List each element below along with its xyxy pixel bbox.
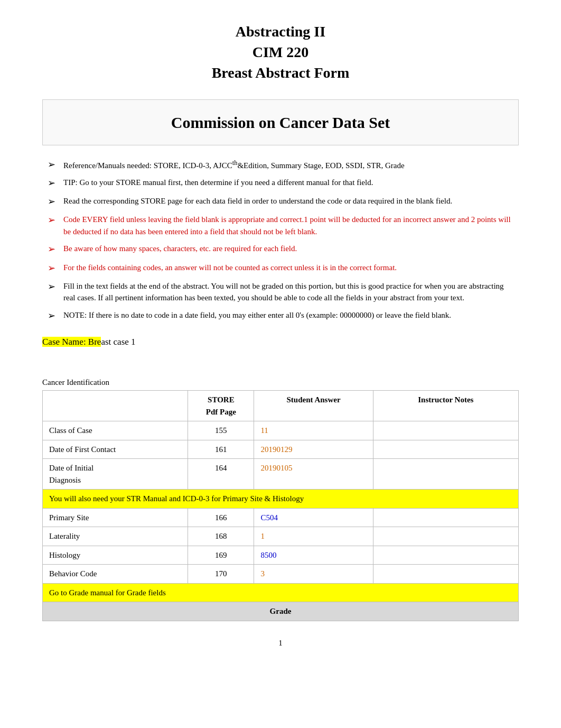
store-class-of-case: 155 [188, 421, 254, 440]
commission-box: Commission on Cancer Data Set [42, 99, 519, 145]
instruction-item-7: ➢ Fill in the text fields at the end of … [48, 280, 513, 304]
field-class-of-case: Class of Case [43, 421, 188, 440]
bullet-7: ➢ [48, 280, 59, 293]
instruction-text-4: Code EVERY field unless leaving the fiel… [63, 214, 513, 237]
bullet-2: ➢ [48, 177, 59, 190]
highlight-grade-row: Go to Grade manual for Grade fields [43, 583, 519, 602]
instructions-list: ➢ Reference/Manuals needed: STORE, ICD-0… [48, 158, 513, 322]
col-header-answer: Student Answer [254, 391, 373, 421]
notes-histology [373, 546, 518, 565]
table-row: Histology 169 8500 [43, 546, 519, 565]
store-histology: 169 [188, 546, 254, 565]
field-primary-site: Primary Site [43, 508, 188, 527]
col-header-notes: Instructor Notes [373, 391, 518, 421]
bullet-3: ➢ [48, 195, 59, 208]
instruction-text-2: TIP: Go to your STORE manual first, then… [63, 177, 373, 189]
store-date-initial-diagnosis: 164 [188, 459, 254, 490]
highlight-str-row: You will also need your STR Manual and I… [43, 490, 519, 509]
table-row: Date of InitialDiagnosis 164 20190105 [43, 459, 519, 490]
case-name-highlight: Case Name: Bre [42, 337, 101, 347]
instruction-item-3: ➢ Read the corresponding STORE page for … [48, 195, 513, 208]
bullet-1: ➢ [48, 158, 59, 171]
field-behavior-code: Behavior Code [43, 565, 188, 584]
answer-date-first-contact: 20190129 [254, 440, 373, 459]
store-date-first-contact: 161 [188, 440, 254, 459]
instruction-text-5: Be aware of how many spaces, characters,… [63, 243, 297, 255]
col-header-store: STOREPdf Page [188, 391, 254, 421]
bullet-6: ➢ [48, 262, 59, 275]
instruction-text-7: Fill in the text fields at the end of th… [63, 280, 513, 304]
notes-date-initial-diagnosis [373, 459, 518, 490]
instruction-item-8: ➢ NOTE: If there is no date to code in a… [48, 309, 513, 322]
grade-label: Grade [43, 602, 519, 621]
instruction-text-1: Reference/Manuals needed: STORE, ICD-0-3… [63, 158, 405, 172]
field-histology: Histology [43, 546, 188, 565]
table-row: Class of Case 155 11 [43, 421, 519, 440]
page-title: Abstracting II CIM 220 Breast Abstract F… [42, 21, 519, 84]
instruction-item-5: ➢ Be aware of how many spaces, character… [48, 243, 513, 256]
bullet-8: ➢ [48, 309, 59, 322]
notes-primary-site [373, 508, 518, 527]
field-date-initial-diagnosis: Date of InitialDiagnosis [43, 459, 188, 490]
notes-class-of-case [373, 421, 518, 440]
bullet-4: ➢ [48, 214, 59, 227]
cancer-identification-section: Cancer Identification STOREPdf Page Stud… [42, 376, 519, 621]
field-date-first-contact: Date of First Contact [43, 440, 188, 459]
case-name-section: Case Name: Breast case 1 [42, 335, 519, 349]
instruction-text-6: For the fields containing codes, an answ… [63, 262, 397, 274]
instruction-item-1: ➢ Reference/Manuals needed: STORE, ICD-0… [48, 158, 513, 172]
table-row: Primary Site 166 C504 [43, 508, 519, 527]
table-row: Laterality 168 1 [43, 527, 519, 546]
answer-histology: 8500 [254, 546, 373, 565]
instruction-text-3: Read the corresponding STORE page for ea… [63, 195, 452, 207]
data-table: STOREPdf Page Student Answer Instructor … [42, 390, 519, 621]
store-laterality: 168 [188, 527, 254, 546]
case-name-rest: ast case 1 [101, 337, 135, 347]
notes-date-first-contact [373, 440, 518, 459]
str-manual-note: You will also need your STR Manual and I… [43, 490, 519, 509]
table-header-row: STOREPdf Page Student Answer Instructor … [43, 391, 519, 421]
bullet-5: ➢ [48, 243, 59, 256]
answer-class-of-case: 11 [254, 421, 373, 440]
store-behavior-code: 170 [188, 565, 254, 584]
table-row: Behavior Code 170 3 [43, 565, 519, 584]
notes-behavior-code [373, 565, 518, 584]
instructions-section: ➢ Reference/Manuals needed: STORE, ICD-0… [42, 158, 519, 322]
instruction-item-2: ➢ TIP: Go to your STORE manual first, th… [48, 177, 513, 190]
instruction-text-8: NOTE: If there is no date to code in a d… [63, 309, 451, 321]
grade-header-row: Grade [43, 602, 519, 621]
instruction-item-6: ➢ For the fields containing codes, an an… [48, 262, 513, 275]
answer-behavior-code: 3 [254, 565, 373, 584]
section-title: Cancer Identification [42, 376, 519, 389]
grade-manual-note: Go to Grade manual for Grade fields [43, 583, 519, 602]
notes-laterality [373, 527, 518, 546]
commission-title: Commission on Cancer Data Set [59, 110, 502, 134]
page-header: Abstracting II CIM 220 Breast Abstract F… [42, 21, 519, 84]
page-number: 1 [42, 637, 519, 649]
instruction-item-4: ➢ Code EVERY field unless leaving the fi… [48, 214, 513, 237]
answer-primary-site: C504 [254, 508, 373, 527]
col-header-field [43, 391, 188, 421]
store-primary-site: 166 [188, 508, 254, 527]
answer-date-initial-diagnosis: 20190105 [254, 459, 373, 490]
field-laterality: Laterality [43, 527, 188, 546]
answer-laterality: 1 [254, 527, 373, 546]
table-row: Date of First Contact 161 20190129 [43, 440, 519, 459]
